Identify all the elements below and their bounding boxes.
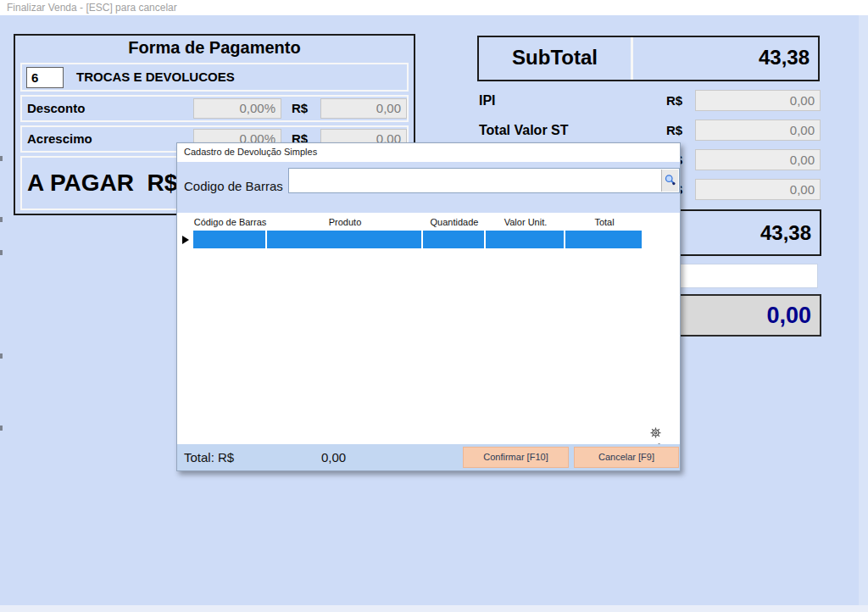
barcode-label: Codigo de Barras bbox=[184, 174, 283, 199]
grid-row-cell-quantity[interactable] bbox=[423, 231, 484, 248]
ipi-label: IPI bbox=[479, 90, 496, 111]
confirm-button[interactable]: Confirmar [F10] bbox=[463, 447, 569, 468]
dialog-title: Cadastro de Devolução Simples bbox=[184, 147, 317, 157]
barcode-search-button[interactable] bbox=[661, 170, 678, 192]
column-header-total: Total bbox=[565, 217, 643, 230]
discount-value-field: 0,00 bbox=[320, 98, 407, 119]
barcode-input[interactable] bbox=[289, 169, 662, 192]
payment-method-label: TROCAS E DEVOLUCOES bbox=[76, 64, 235, 90]
window-titlebar: Finalizar Venda - [ESC] para cancelar bbox=[0, 0, 868, 15]
window-edge-artifact bbox=[0, 250, 3, 255]
subtotal-value: 43,38 bbox=[633, 37, 818, 80]
column-header-unit-value: Valor Unit. bbox=[486, 217, 565, 230]
cancel-button[interactable]: Cancelar [F9] bbox=[574, 447, 679, 468]
grid-row-cell-product[interactable] bbox=[267, 231, 421, 248]
pos-finalize-sale-screen: Finalizar Venda - [ESC] para cancelar Fo… bbox=[0, 0, 868, 612]
footer-total-label: Total: R$ bbox=[184, 444, 234, 470]
totals-row-valor-st: Total Valor ST R$ 0,00 bbox=[477, 120, 821, 141]
subtotal-label: SubTotal bbox=[479, 37, 633, 80]
window-title: Finalizar Venda - [ESC] para cancelar bbox=[7, 2, 177, 14]
row4-value-field: 0,00 bbox=[695, 179, 821, 200]
grid-row-cell-barcode[interactable] bbox=[193, 231, 265, 248]
surcharge-label: Acrescimo bbox=[27, 127, 92, 151]
column-header-quantity: Quantidade bbox=[423, 217, 486, 230]
window-edge-artifact bbox=[0, 156, 3, 161]
window-edge-artifact bbox=[0, 426, 3, 431]
dialog-corner-icons bbox=[647, 426, 681, 442]
subtotal-panel: SubTotal 43,38 bbox=[477, 36, 820, 81]
discount-currency-label: R$ bbox=[292, 97, 308, 120]
gear-icon[interactable] bbox=[649, 426, 662, 442]
discount-label: Desconto bbox=[27, 97, 85, 120]
discount-percent-field: 0,00% bbox=[193, 98, 281, 119]
row3-value-field: 0,00 bbox=[695, 149, 821, 170]
grid-row-cell-total[interactable] bbox=[565, 231, 642, 248]
barcode-field-wrap bbox=[288, 168, 680, 193]
dialog-titlebar: Cadastro de Devolução Simples bbox=[177, 143, 680, 162]
footer-total-value: 0,00 bbox=[321, 444, 346, 470]
barcode-section: Codigo de Barras bbox=[177, 162, 680, 213]
payment-panel-title: Forma de Pagamento bbox=[15, 38, 414, 58]
valor-st-value-field: 0,00 bbox=[695, 120, 821, 141]
column-header-barcode: Código de Barras bbox=[193, 217, 267, 230]
payment-method-row: TROCAS E DEVOLUCOES bbox=[20, 63, 409, 92]
column-header-product: Produto bbox=[267, 217, 423, 230]
ipi-value-field: 0,00 bbox=[695, 90, 821, 111]
discount-row: Desconto 0,00% R$ 0,00 bbox=[20, 95, 409, 122]
valor-st-currency-label: R$ bbox=[666, 120, 682, 141]
grid-row-cell-unit-value[interactable] bbox=[486, 231, 564, 248]
payment-code-input[interactable] bbox=[26, 67, 64, 88]
window-edge-artifact bbox=[0, 217, 3, 222]
to-pay-label: A PAGAR R$ bbox=[27, 158, 177, 209]
ipi-currency-label: R$ bbox=[666, 90, 682, 111]
row-indicator-gutter bbox=[179, 231, 192, 248]
return-registration-dialog: Cadastro de Devolução Simples Codigo de … bbox=[176, 142, 681, 471]
bottom-edge-strip bbox=[0, 605, 868, 612]
row-indicator-icon bbox=[182, 236, 189, 244]
dialog-footer: Total: R$ 0,00 Confirmar [F10] Cancelar … bbox=[177, 444, 680, 470]
valor-st-label: Total Valor ST bbox=[479, 120, 569, 141]
window-edge-artifact bbox=[0, 353, 3, 359]
totals-row-ipi: IPI R$ 0,00 bbox=[477, 90, 821, 111]
right-edge-strip bbox=[859, 15, 868, 605]
